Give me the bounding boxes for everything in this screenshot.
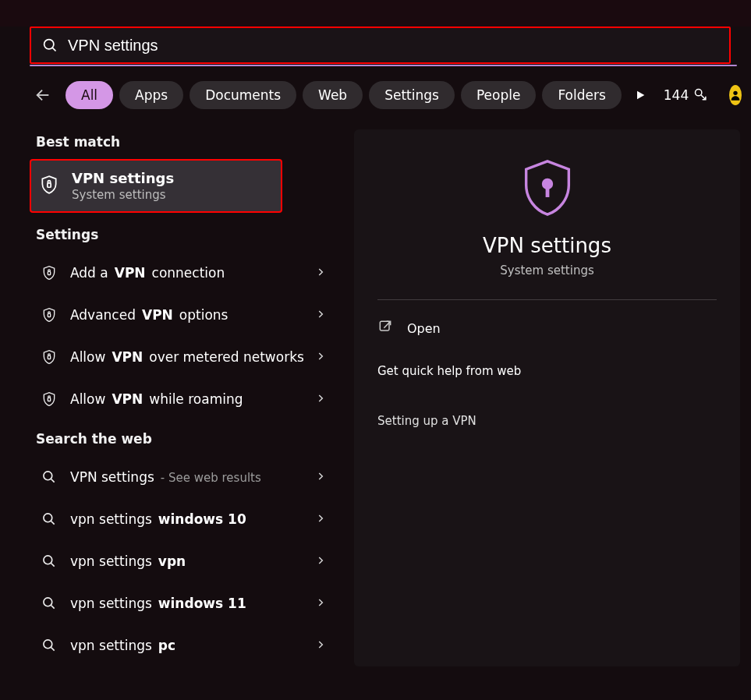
- open-action[interactable]: Open: [377, 319, 717, 338]
- detail-title: VPN settings: [377, 234, 717, 257]
- settings-result[interactable]: Allow VPN while roaming: [36, 378, 345, 420]
- filter-bar: All Apps Documents Web Settings People F…: [34, 81, 729, 109]
- detail-shield-icon: [377, 156, 717, 220]
- filter-settings[interactable]: Settings: [369, 81, 455, 109]
- svg-point-18: [44, 556, 52, 564]
- web-result[interactable]: vpn settings pc: [36, 624, 345, 666]
- open-icon: [377, 319, 393, 338]
- svg-point-16: [44, 514, 52, 522]
- shield-icon: [41, 391, 58, 407]
- detail-subtitle: System settings: [377, 263, 717, 278]
- result-label: vpn settings pc: [70, 638, 340, 653]
- rewards-count: 144: [664, 87, 689, 103]
- chevron-right-icon: [315, 638, 326, 653]
- svg-point-20: [44, 598, 52, 606]
- svg-rect-10: [48, 271, 50, 274]
- chevron-right-icon: [315, 469, 326, 485]
- best-match-subtitle: System settings: [72, 188, 174, 202]
- settings-result[interactable]: Advanced VPN options: [36, 294, 345, 336]
- search-icon: [41, 596, 58, 611]
- svg-rect-9: [48, 182, 51, 186]
- chevron-right-icon: [315, 307, 326, 323]
- svg-point-5: [734, 91, 738, 95]
- svg-point-22: [44, 640, 52, 649]
- open-label: Open: [407, 321, 441, 336]
- settings-result[interactable]: Add a VPN connection: [36, 252, 345, 294]
- chevron-right-icon: [315, 596, 326, 611]
- best-match-result[interactable]: VPN settings System settings: [30, 159, 282, 213]
- section-settings: Settings: [36, 227, 345, 242]
- best-match-title: VPN settings: [72, 170, 174, 186]
- svg-line-15: [51, 479, 55, 483]
- search-icon: [41, 553, 58, 569]
- section-web: Search the web: [36, 431, 345, 447]
- help-link[interactable]: Setting up a VPN: [377, 414, 717, 428]
- search-icon: [41, 469, 58, 485]
- search-input[interactable]: [68, 37, 718, 55]
- svg-line-23: [51, 648, 55, 651]
- svg-line-1: [52, 48, 55, 51]
- search-icon: [41, 511, 58, 527]
- shield-icon: [41, 307, 58, 323]
- chevron-right-icon: [315, 391, 326, 407]
- result-label: VPN settings - See web results: [70, 469, 340, 485]
- filter-web[interactable]: Web: [303, 81, 363, 109]
- filter-folders[interactable]: Folders: [542, 81, 621, 109]
- svg-point-0: [44, 39, 54, 48]
- web-result[interactable]: VPN settings - See web results: [36, 456, 345, 498]
- svg-rect-11: [48, 313, 50, 316]
- result-label: Allow VPN while roaming: [70, 391, 340, 407]
- shield-icon: [41, 349, 58, 365]
- chevron-right-icon: [315, 553, 326, 569]
- chevron-right-icon: [315, 349, 326, 365]
- help-heading: Get quick help from web: [377, 364, 717, 378]
- shield-lock-icon: [39, 175, 59, 198]
- section-best-match: Best match: [36, 134, 345, 150]
- svg-rect-25: [545, 186, 549, 197]
- svg-line-21: [51, 606, 55, 609]
- web-result[interactable]: vpn settings vpn: [36, 540, 345, 582]
- result-label: Add a VPN connection: [70, 265, 340, 281]
- rewards-badge[interactable]: 144: [664, 87, 709, 103]
- web-result[interactable]: vpn settings windows 11: [36, 582, 345, 624]
- svg-point-14: [44, 472, 52, 480]
- search-bar[interactable]: [30, 27, 731, 64]
- filter-all[interactable]: All: [66, 81, 113, 109]
- settings-result[interactable]: Allow VPN over metered networks: [36, 336, 345, 378]
- filter-documents[interactable]: Documents: [190, 81, 296, 109]
- shield-icon: [41, 265, 58, 281]
- user-avatar[interactable]: [729, 85, 742, 105]
- search-icon: [41, 638, 58, 653]
- filter-apps[interactable]: Apps: [119, 81, 183, 109]
- back-button[interactable]: [34, 83, 51, 107]
- play-button[interactable]: [634, 84, 646, 106]
- chevron-right-icon: [315, 511, 326, 527]
- result-label: vpn settings windows 11: [70, 596, 340, 611]
- result-label: Allow VPN over metered networks: [70, 349, 340, 365]
- divider: [377, 299, 717, 300]
- detail-panel: VPN settings System settings Open Get qu…: [354, 129, 740, 666]
- svg-line-17: [51, 521, 55, 525]
- filter-people[interactable]: People: [461, 81, 536, 109]
- results-panel: Best match VPN settings System settings …: [0, 129, 354, 666]
- result-label: vpn settings vpn: [70, 553, 340, 569]
- search-icon: [42, 37, 58, 54]
- svg-rect-26: [380, 321, 389, 331]
- svg-marker-3: [637, 91, 644, 100]
- web-result[interactable]: vpn settings windows 10: [36, 498, 345, 540]
- svg-line-19: [51, 564, 55, 567]
- svg-rect-12: [48, 355, 50, 359]
- result-label: Advanced VPN options: [70, 307, 340, 323]
- chevron-right-icon: [315, 265, 326, 281]
- svg-point-4: [696, 90, 702, 96]
- svg-rect-13: [48, 398, 50, 401]
- result-label: vpn settings windows 10: [70, 511, 340, 527]
